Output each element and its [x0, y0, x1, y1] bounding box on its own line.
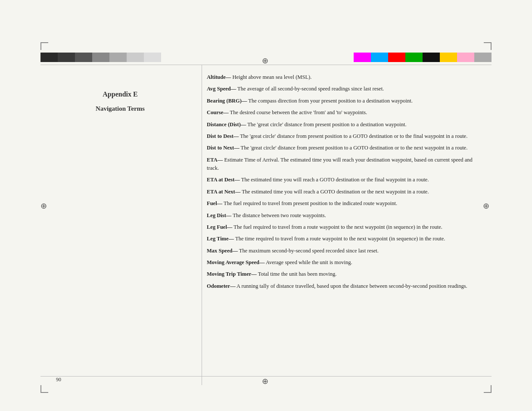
term-name: Distance (Dist)—	[207, 121, 246, 128]
term-definition: The average of all second-by-second spee…	[237, 86, 384, 92]
term-entry: ETA— Estimate Time of Arrival. The estim…	[207, 156, 480, 173]
term-entry: Leg Fuel— The fuel required to travel fr…	[207, 223, 480, 231]
color-swatch	[388, 53, 405, 62]
term-definition: The 'great circle' distance from present…	[241, 145, 468, 151]
term-definition: The 'great circle' distance from present…	[247, 121, 406, 128]
color-swatch	[144, 53, 161, 62]
term-definition: The compass direction from your present …	[248, 98, 413, 104]
term-name: Moving Average Speed—	[207, 259, 264, 265]
term-name: Odometer—	[207, 283, 236, 289]
term-definition: The maximum second-by-second speed recor…	[239, 248, 379, 254]
term-definition: The fuel required to travel from present…	[224, 200, 397, 206]
term-entry: Dist to Next— The 'great circle' distanc…	[207, 144, 480, 152]
color-swatch	[405, 53, 423, 62]
term-name: Avg Speed—	[207, 86, 236, 92]
term-entry: Leg Dist— The distance between two route…	[207, 212, 480, 220]
term-definition: The fuel required to travel from a route…	[233, 224, 442, 230]
term-name: Dist to Dest—	[207, 133, 239, 139]
term-entry: Moving Average Speed— Average speed whil…	[207, 258, 480, 267]
color-swatch	[75, 53, 92, 62]
term-name: ETA at Dest—	[207, 177, 240, 183]
right-color-bar	[354, 53, 492, 62]
term-name: Dist to Next—	[207, 145, 240, 151]
term-definition: The 'great circle' distance from present…	[240, 133, 467, 139]
term-name: Bearing (BRG)—	[207, 98, 247, 104]
term-definition: Total time the unit has been moving.	[258, 271, 337, 277]
term-definition: Average speed while the unit is moving.	[266, 259, 352, 265]
term-name: Course—	[207, 109, 229, 115]
nav-terms-heading: Navigation Terms	[96, 105, 145, 112]
term-definition: The estimated time you will reach a GOTO…	[241, 177, 429, 183]
term-name: Moving Trip Timer—	[207, 271, 257, 277]
color-swatch	[354, 53, 371, 62]
color-swatch	[423, 53, 440, 62]
term-entry: Altitude— Height above mean sea level (M…	[207, 73, 480, 81]
term-entry: Avg Speed— The average of all second-by-…	[207, 85, 480, 93]
corner-mark-tl	[40, 42, 48, 50]
term-entry: ETA at Next— The estimated time you will…	[207, 188, 480, 196]
color-swatch	[127, 53, 144, 62]
term-entry: Moving Trip Timer— Total time the unit h…	[207, 270, 480, 278]
sidebar-divider	[202, 65, 202, 385]
term-entry: ETA at Dest— The estimated time you will…	[207, 176, 480, 184]
term-name: Fuel—	[207, 200, 222, 206]
color-swatch	[40, 53, 58, 62]
term-entry: Max Speed— The maximum second-by-second …	[207, 247, 480, 255]
appendix-label: Appendix E	[103, 90, 137, 98]
term-entry: Odometer— A running tally of distance tr…	[207, 282, 480, 290]
color-swatch	[109, 53, 127, 62]
term-name: Max Speed—	[207, 248, 238, 254]
color-swatch	[474, 53, 492, 62]
main-content: Altitude— Height above mean sea level (M…	[207, 73, 480, 377]
term-entry: Course— The desired course between the a…	[207, 109, 480, 117]
crosshair-right: ⊕	[483, 201, 492, 210]
term-entry: Distance (Dist)— The 'great circle' dist…	[207, 121, 480, 129]
page: ⊕ ⊕ ⊕ ⊕ Appendix E Navigation Terms 90 A…	[0, 0, 532, 411]
color-swatch	[58, 53, 75, 62]
color-swatch	[371, 53, 388, 62]
page-number: 90	[56, 377, 61, 383]
term-name: ETA—	[207, 157, 223, 163]
term-definition: The time required to travel from a route…	[235, 236, 445, 242]
term-entry: Leg Time— The time required to travel fr…	[207, 235, 480, 243]
color-swatch	[92, 53, 109, 62]
term-name: Leg Fuel—	[207, 224, 232, 230]
corner-mark-tr	[484, 42, 492, 50]
term-definition: Height above mean sea level (MSL).	[232, 74, 311, 80]
crosshair-bottom: ⊕	[262, 377, 271, 385]
left-sidebar: Appendix E Navigation Terms	[40, 65, 200, 385]
term-entry: Fuel— The fuel required to travel from p…	[207, 199, 480, 208]
term-entry: Dist to Dest— The 'great circle' distanc…	[207, 132, 480, 140]
corner-mark-bl	[40, 385, 48, 393]
left-color-bar	[40, 53, 161, 62]
term-name: Leg Time—	[207, 236, 234, 242]
term-definition: A running tally of distance travelled, b…	[236, 283, 467, 289]
color-swatch	[440, 53, 457, 62]
corner-mark-br	[484, 385, 492, 393]
term-name: Leg Dist—	[207, 212, 231, 218]
color-swatch	[457, 53, 474, 62]
term-entry: Bearing (BRG)— The compass direction fro…	[207, 97, 480, 105]
term-definition: Estimate Time of Arrival. The estimated …	[207, 157, 473, 171]
term-definition: The distance between two route waypoints…	[233, 212, 326, 218]
term-definition: The desired course between the active 'f…	[230, 109, 367, 115]
crosshair-top: ⊕	[262, 56, 271, 65]
term-name: ETA at Next—	[207, 189, 240, 195]
term-name: Altitude—	[207, 74, 231, 80]
term-definition: The estimated time you will reach a GOTO…	[242, 189, 429, 195]
